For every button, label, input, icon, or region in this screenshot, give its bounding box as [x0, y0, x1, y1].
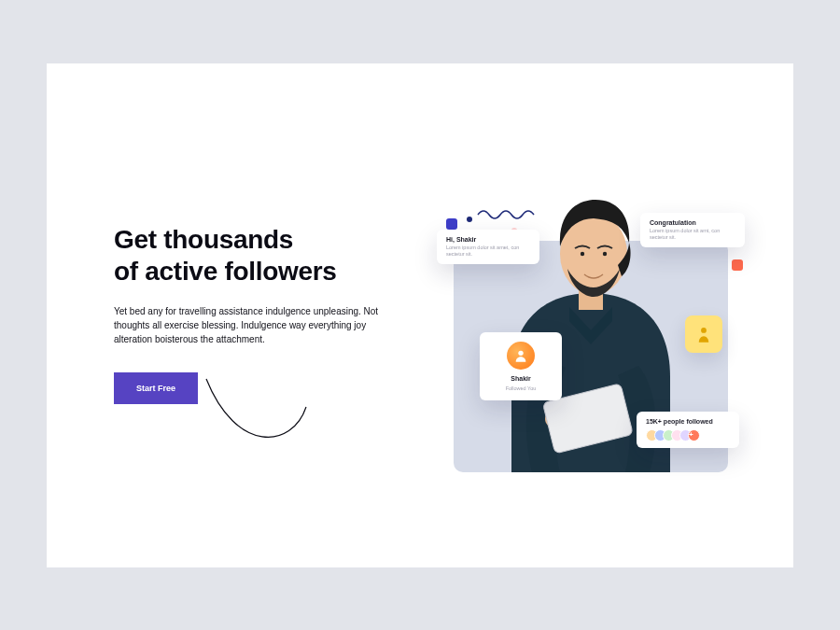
people-followed-title: 15K+ people followed: [646, 418, 730, 425]
congrats-title: Congratulation: [650, 219, 735, 226]
congrats-text: Lorem ipsum dolor sit amt, con sectetur …: [650, 228, 735, 242]
avatar-stack: +: [646, 429, 730, 441]
svg-point-9: [701, 328, 707, 333]
greeting-card: Hi, Shakir Lorem ipsum dolor sit amet, c…: [437, 230, 539, 265]
hero-subtitle: Yet bed any for travelling assistance in…: [114, 304, 394, 346]
svg-point-8: [518, 350, 523, 355]
hero-copy: Get thousands of active followers Yet be…: [114, 224, 394, 404]
greeting-text: Lorem ipsum dolor sit amet, con sectetur…: [446, 245, 530, 259]
avatar-more-icon: +: [688, 429, 700, 441]
congrats-card: Congratulation Lorem ipsum dolor sit amt…: [640, 213, 745, 248]
dot-decoration: [467, 217, 472, 222]
hero-title: Get thousands of active followers: [114, 224, 394, 287]
followed-name: Shakir: [489, 375, 553, 382]
greeting-title: Hi, Shakir: [446, 236, 530, 243]
people-followed-card: 15K+ people followed +: [637, 412, 739, 448]
hero-title-line2: of active followers: [114, 257, 337, 286]
followed-card: Shakir Followed You: [480, 332, 562, 400]
svg-point-3: [603, 251, 607, 255]
followed-sub: Followed You: [489, 385, 553, 391]
square-decoration: [446, 218, 457, 230]
illustration: Hi, Shakir Lorem ipsum dolor sit amet, c…: [437, 183, 745, 491]
square-decoration: [732, 259, 743, 271]
svg-point-2: [581, 251, 584, 255]
person-chip-icon: [685, 315, 722, 353]
avatar-icon: [507, 342, 535, 370]
hero-section: Get thousands of active followers Yet be…: [47, 63, 793, 567]
start-free-button[interactable]: Start Free: [114, 372, 198, 404]
hero-title-line1: Get thousands: [114, 225, 293, 254]
